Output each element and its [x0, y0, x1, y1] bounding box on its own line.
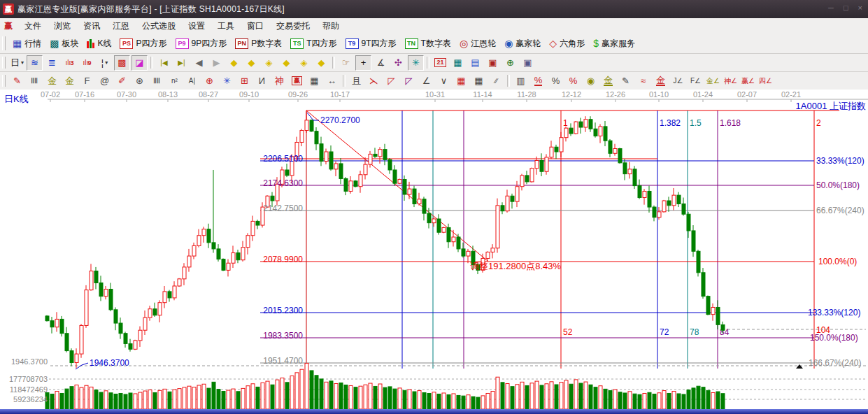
gold-angle-2-button[interactable]: 金∠: [705, 73, 721, 89]
notes-button[interactable]: ▤: [467, 55, 483, 71]
calendar-21-button[interactable]: 21: [432, 55, 448, 71]
time-divisions-button[interactable]: ≣: [27, 73, 43, 89]
hand-tool-button[interactable]: ☞: [338, 55, 354, 71]
gold-divisions-1-button[interactable]: 金: [44, 73, 60, 89]
sectors-button[interactable]: ▩板块: [45, 37, 83, 50]
prev-page-button[interactable]: ◀: [191, 55, 207, 71]
kline-button[interactable]: K线: [83, 37, 115, 50]
box-tool-button[interactable]: 且: [348, 73, 364, 89]
menu-item-浏览[interactable]: 浏览: [48, 19, 77, 34]
brush-button[interactable]: ✎: [9, 73, 25, 89]
period-day-button[interactable]: 日▾: [9, 55, 25, 71]
gann-web-button[interactable]: ✳: [219, 73, 235, 89]
p-square-button[interactable]: PSP四方形: [115, 37, 171, 50]
si-angle-button[interactable]: 四∠: [757, 73, 774, 89]
menu-item-设置[interactable]: 设置: [182, 19, 211, 34]
diamond-expand-button[interactable]: ◈: [261, 55, 277, 71]
minimize-button[interactable]: ─: [828, 3, 834, 12]
diamond-cross-button[interactable]: ◈: [296, 55, 312, 71]
percent-level-button[interactable]: %: [565, 73, 581, 89]
gann-helper-button[interactable]: ✣: [390, 55, 406, 71]
web-tools-button[interactable]: ⊕: [502, 55, 518, 71]
trend-angle-button[interactable]: ∡: [373, 55, 389, 71]
gann-circle-button[interactable]: ⊛: [131, 73, 148, 89]
winner-service-button[interactable]: $赢家服务: [589, 37, 639, 50]
horizontal-scrollbar[interactable]: [0, 409, 868, 414]
gann-wheel-button[interactable]: ◎江恩轮: [455, 37, 500, 50]
spiral-button[interactable]: @: [97, 73, 113, 89]
quotes-button[interactable]: ▦行情: [8, 37, 45, 50]
ruler-percent-button[interactable]: ▥: [513, 73, 529, 89]
menu-item-公式选股[interactable]: 公式选股: [136, 19, 182, 34]
child-window-icon[interactable]: 赢: [4, 20, 13, 32]
gold-line-button[interactable]: 金: [600, 73, 616, 89]
9p-square-button[interactable]: P99P四方形: [171, 37, 232, 50]
diamond-left-button[interactable]: ◆: [226, 55, 242, 71]
grid-dark-button[interactable]: ▦: [471, 73, 487, 89]
gann-fan-button[interactable]: ⋋: [366, 73, 382, 89]
chart-pattern-button[interactable]: ≋: [27, 55, 43, 71]
maze-chart-button[interactable]: ▩: [114, 55, 130, 71]
9t-square-button[interactable]: T99T四方形: [341, 37, 401, 50]
bars-3-button[interactable]: ılı3: [62, 55, 78, 71]
hexagon-button[interactable]: ◇六角形: [545, 37, 589, 50]
span-arrows-button[interactable]: ↔: [324, 73, 340, 89]
percent-line-button[interactable]: %: [530, 73, 546, 89]
p-number-table-button[interactable]: PNP数字表: [231, 37, 286, 50]
system-box-button[interactable]: ▣: [520, 55, 536, 71]
menu-item-窗口[interactable]: 窗口: [241, 19, 270, 34]
first-page-button[interactable]: |◀: [156, 55, 172, 71]
wave-mark-button[interactable]: И: [254, 73, 270, 89]
t-number-table-button[interactable]: TNT数字表: [401, 37, 455, 50]
n-square-button[interactable]: n²: [166, 73, 183, 89]
circle-cross-button[interactable]: ⊕: [201, 73, 218, 89]
calculator-button[interactable]: ▦: [450, 55, 466, 71]
shen-angle-button[interactable]: 神∠: [723, 73, 739, 89]
last-page-button[interactable]: ▶|: [173, 55, 190, 71]
marker-pen-button[interactable]: ✎: [618, 73, 634, 89]
save-button[interactable]: ▣: [485, 55, 501, 71]
next-page-button[interactable]: ▶: [208, 55, 225, 71]
j-angle-button[interactable]: J∠: [670, 73, 686, 89]
diamond-center-button[interactable]: ◆: [313, 55, 329, 71]
gold-angle-button[interactable]: 金: [653, 73, 669, 89]
winner-wheel-button[interactable]: ◉赢家轮: [500, 37, 545, 50]
menu-item-文件[interactable]: 文件: [18, 19, 48, 34]
boxed-fan-purple-button[interactable]: ◸: [401, 73, 417, 89]
brush-2-button[interactable]: ✐: [114, 73, 130, 89]
grid-red-button[interactable]: ▦: [453, 73, 469, 89]
text-tool-button[interactable]: A|: [184, 73, 200, 89]
maximize-button[interactable]: □: [844, 3, 848, 12]
menu-item-帮助[interactable]: 帮助: [316, 19, 346, 34]
gold-divisions-2-button[interactable]: 金: [62, 73, 78, 89]
angle-line-button[interactable]: ∠: [418, 73, 434, 89]
boxed-fan-red-button[interactable]: ◸: [383, 73, 399, 89]
close-button[interactable]: ×: [858, 3, 862, 12]
bars-9-button[interactable]: ılı9: [79, 55, 95, 71]
fib-divisions-button[interactable]: F: [79, 73, 95, 89]
candle-style-button[interactable]: ¦▾: [97, 55, 113, 71]
shen-tool-button[interactable]: 神: [271, 73, 287, 89]
menu-item-资讯[interactable]: 资讯: [77, 19, 106, 34]
t-square-button[interactable]: TST四方形: [286, 37, 341, 50]
kline-chart[interactable]: 07-0207-1607-3008-1308-2709-1009-2610-17…: [0, 90, 868, 414]
boxed-web-button[interactable]: ⊞: [236, 73, 252, 89]
chart-info-button[interactable]: ≣: [44, 55, 60, 71]
color-histogram-button[interactable]: ◪: [131, 55, 148, 71]
menu-item-工具[interactable]: 工具: [211, 19, 241, 34]
diamond-compress-button[interactable]: ◆: [278, 55, 294, 71]
percent-button[interactable]: %: [548, 73, 564, 89]
f-angle-button[interactable]: F∠: [688, 73, 704, 89]
divisions-button[interactable]: ≣: [149, 73, 165, 89]
grid-123-button[interactable]: ▦: [306, 73, 322, 89]
menu-item-交易委托[interactable]: 交易委托: [270, 19, 316, 34]
smart-brain-button[interactable]: ✳: [408, 55, 424, 71]
wave-percent-button[interactable]: ≈: [635, 73, 651, 89]
menu-item-江恩[interactable]: 江恩: [106, 19, 136, 34]
zigzag-button[interactable]: ∨: [436, 73, 452, 89]
gold-circle-button[interactable]: ◉: [583, 73, 599, 89]
chart-area[interactable]: 07-0207-1607-3008-1308-2709-1009-2610-17…: [0, 90, 868, 414]
diamond-right-button[interactable]: ◆: [243, 55, 259, 71]
ying-angle-button[interactable]: 赢∠: [740, 73, 756, 89]
parallel-lines-button[interactable]: ∕∕: [488, 73, 504, 89]
